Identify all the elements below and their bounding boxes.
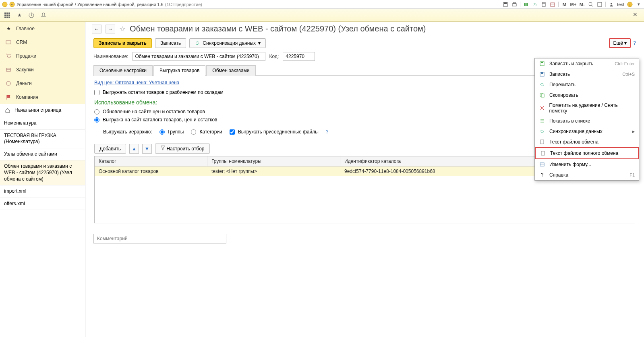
dd-show-in-list[interactable]: Показать в списке [535, 116, 639, 126]
close-tab-icon[interactable]: ✕ [633, 11, 641, 19]
update-prices-label: Обновление на сайте цен и остатков товар… [103, 109, 205, 114]
dd-shortcut: Ctrl+S [622, 72, 635, 77]
favorites-star-icon[interactable]: ★ [15, 11, 23, 19]
svg-rect-25 [6, 17, 8, 18]
save-close-button[interactable]: Записать и закрыть [93, 38, 152, 48]
attach-files-checkbox[interactable] [230, 129, 235, 135]
memory-mminus-icon[interactable]: M- [579, 1, 585, 8]
svg-line-13 [592, 5, 593, 6]
help-icon[interactable]: ? [633, 40, 636, 46]
add-button[interactable]: Добавить [94, 144, 126, 154]
sidebar-item-label: Компания [16, 94, 38, 100]
link-icon[interactable] [532, 1, 538, 8]
chevron-down-icon: ▾ [258, 40, 261, 46]
memory-m-icon[interactable]: M [561, 1, 567, 8]
nav-back-button[interactable]: ← [92, 25, 101, 33]
sync-icon [195, 40, 200, 46]
calendar-icon[interactable] [549, 1, 556, 8]
nav-forward-button[interactable]: → [106, 25, 115, 33]
dd-label: Перечитать [549, 82, 576, 87]
dd-mark-delete[interactable]: Пометить на удаление / Снять пометку [535, 100, 639, 116]
sidebar-item-main[interactable]: ★ Главное [0, 22, 85, 35]
sync-button[interactable]: Синхронизация данных ▾ [189, 38, 266, 48]
price-types-link[interactable]: Вид цен: Оптовая цена; Учетная цена [94, 80, 179, 85]
save-icon[interactable] [502, 1, 509, 8]
memory-mplus-icon[interactable]: M+ [570, 1, 576, 8]
nav-item-current[interactable]: Обмен товарами и заказами с WEB - сайтом… [0, 160, 85, 185]
name-label: Наименование: [93, 54, 128, 59]
svg-rect-23 [8, 15, 10, 16]
sidebar-item-crm[interactable]: CRM [0, 35, 85, 49]
svg-rect-29 [6, 68, 10, 71]
sidebar-item-money[interactable]: Деньги [0, 77, 85, 90]
nav-item-test-export[interactable]: ТЕСТОВАЯ ВЫГРУЗКА (Номенклатура) [0, 130, 85, 148]
save-button[interactable]: Записать [155, 38, 186, 48]
th-groups[interactable]: Группы номенклатуры [207, 156, 340, 166]
comment-input[interactable] [93, 234, 226, 243]
code-input[interactable] [283, 52, 315, 61]
sync-label: Синхронизация данных [203, 40, 256, 46]
notifications-bell-icon[interactable] [39, 11, 48, 19]
sidebar-item-sales[interactable]: Продажи [0, 49, 85, 63]
doc-icon [540, 150, 546, 156]
hierarchy-categories-radio[interactable] [191, 129, 196, 135]
dd-full-exchange-files-text[interactable]: Текст файлов полного обмена [535, 147, 639, 159]
sidebar-item-company[interactable]: Компания [0, 90, 85, 104]
sidebar-item-label: Закупки [16, 67, 34, 73]
tab-goods-export[interactable]: Выгрузка товаров [153, 65, 205, 76]
cell-groups: tester; <Нет группы> [207, 166, 340, 176]
sidebar-item-purchases[interactable]: Закупки [0, 63, 85, 77]
svg-rect-18 [4, 12, 6, 14]
svg-rect-10 [551, 3, 555, 6]
th-catalog[interactable]: Каталог [95, 156, 207, 166]
nav-item-import[interactable]: import.xml [0, 185, 85, 198]
dd-save[interactable]: Записать Ctrl+S [535, 69, 639, 79]
dropdown-icon[interactable]: ▾ [636, 1, 642, 8]
dd-reread[interactable]: Перечитать [535, 79, 639, 90]
attach-help-icon[interactable]: ? [326, 129, 329, 135]
filter-label: Настроить отбор [166, 146, 204, 152]
print-icon[interactable] [511, 1, 518, 8]
zoom-icon[interactable] [588, 1, 594, 8]
name-input[interactable] [133, 52, 265, 61]
app-dropdown-icon[interactable] [9, 2, 15, 7]
move-down-button[interactable]: ▼ [142, 144, 152, 154]
window-icon[interactable] [596, 1, 603, 8]
sync-icon [539, 128, 545, 135]
user-icon[interactable] [608, 1, 615, 8]
hierarchy-groups-radio[interactable] [159, 129, 165, 135]
move-up-button[interactable]: ▲ [129, 144, 139, 154]
svg-rect-19 [6, 12, 8, 14]
tab-main-settings[interactable]: Основные настройки [93, 65, 153, 76]
info-icon[interactable]: i [627, 1, 633, 8]
apps-icon[interactable] [3, 11, 11, 19]
update-prices-radio[interactable] [94, 109, 99, 114]
unload-stock-checkbox[interactable] [94, 90, 99, 95]
nav-home[interactable]: Начальная страница [0, 104, 85, 117]
dd-help[interactable]: ? Справка F1 [535, 170, 639, 180]
dd-sync-data[interactable]: Синхронизация данных ▸ [535, 126, 639, 137]
tab-orders-exchange[interactable]: Обмен заказами [206, 65, 255, 76]
favorite-star-icon[interactable]: ☆ [119, 25, 126, 33]
cell-catalog: Основной каталог товаров [95, 166, 207, 176]
dd-exchange-files-text[interactable]: Текст файлов обмена [535, 137, 639, 147]
page-title: Обмен товарами и заказами с WEB - сайтом… [130, 24, 426, 33]
upload-catalog-radio[interactable] [94, 117, 99, 123]
history-icon[interactable] [27, 11, 35, 19]
dd-save-close[interactable]: Записать и закрыть Ctrl+Enter [535, 58, 639, 69]
nav-item-exchange-nodes[interactable]: Узлы обмена с сайтами [0, 148, 85, 161]
dd-change-form[interactable]: Изменить форму... [535, 159, 639, 170]
more-button[interactable]: Ещё ▾ [609, 38, 631, 48]
nav-item-offers[interactable]: offers.xml [0, 198, 85, 210]
sidebar-item-label: CRM [16, 40, 27, 45]
calculator-icon[interactable] [540, 1, 547, 8]
svg-point-31 [6, 81, 10, 85]
dd-label: Показать в списке [549, 118, 590, 124]
svg-rect-42 [541, 151, 545, 155]
dd-copy[interactable]: Скопировать [535, 90, 639, 100]
nav-item-nomenclature[interactable]: Номенклатура [0, 117, 85, 130]
hierarchy-categories-label: Категории [199, 129, 222, 135]
title-bar: Управление нашей фирмой / Управление наш… [0, 0, 644, 9]
compare-icon[interactable] [523, 1, 529, 8]
filter-button[interactable]: Настроить отбор [155, 144, 209, 154]
